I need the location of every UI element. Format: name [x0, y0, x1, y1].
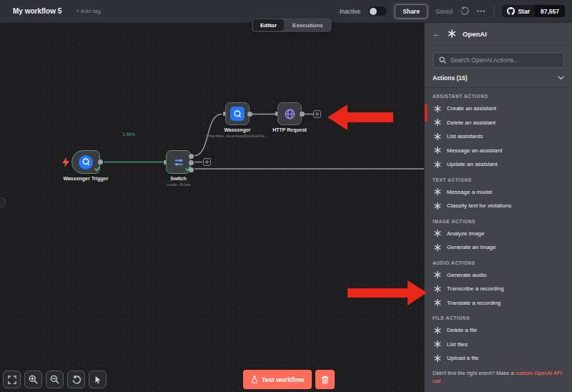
- openai-icon: [433, 270, 442, 280]
- openai-actions-panel: ← OpenAI Actions (15) ASSISTANT ACTIONSC…: [424, 23, 572, 392]
- node-wassenger[interactable]: Wassenger chat-files: downloadDeviceFile…: [225, 102, 250, 125]
- openai-icon: [433, 118, 442, 127]
- sidebar-sections: ASSISTANT ACTIONSCreate an assistantDele…: [425, 88, 572, 366]
- node-http-request[interactable]: HTTP Request: [277, 102, 302, 125]
- action-item-label: Message an assistant: [447, 147, 502, 154]
- action-item-label: Delete an assistant: [447, 119, 495, 126]
- action-item[interactable]: Message an assistant: [433, 144, 564, 158]
- action-item[interactable]: Message a model: [433, 185, 564, 200]
- action-section-title: AUDIO ACTIONS: [433, 260, 564, 266]
- openai-icon: [433, 160, 442, 169]
- add-tag-button[interactable]: + Add tag: [76, 8, 100, 14]
- output-port-0[interactable]: [189, 154, 194, 159]
- openai-icon: [433, 104, 442, 113]
- topbar-divider: [493, 6, 494, 17]
- action-item[interactable]: Generate audio: [433, 268, 564, 283]
- reset-zoom-button[interactable]: [67, 371, 85, 388]
- action-section-title: FILE ACTIONS: [433, 315, 564, 321]
- panel-header: ← OpenAI: [425, 23, 572, 45]
- active-toggle[interactable]: [368, 6, 387, 16]
- search-box[interactable]: [433, 52, 564, 68]
- tab-executions[interactable]: Executions: [285, 19, 330, 31]
- action-item-label: Analyze image: [447, 230, 484, 237]
- node-label: Wassenger Trigger: [64, 176, 109, 181]
- search-icon: [439, 57, 446, 64]
- action-section-title: ASSISTANT ACTIONS: [433, 94, 564, 99]
- panel-footer: Didn't find the right event? Make a cust…: [425, 366, 572, 392]
- action-section: ASSISTANT ACTIONSCreate an assistantDele…: [425, 94, 572, 172]
- action-item[interactable]: List files: [433, 338, 564, 352]
- openai-icon: [433, 284, 442, 293]
- saved-status: Saved: [435, 8, 453, 15]
- view-tabs: Editor Executions: [252, 18, 332, 32]
- node-sublabel: chat-files: downloadDeviceFile...: [207, 134, 268, 138]
- delete-workflow-button[interactable]: [315, 370, 335, 389]
- action-item[interactable]: Translate a recording: [433, 296, 564, 310]
- search-input[interactable]: [450, 57, 558, 64]
- action-item[interactable]: Create an assistant: [433, 102, 564, 116]
- action-item-label: Transcribe a recording: [447, 285, 504, 292]
- node-wassenger-trigger[interactable]: Wassenger Trigger: [72, 150, 100, 174]
- fit-view-button[interactable]: [3, 371, 21, 388]
- action-item-label: Translate a recording: [447, 300, 500, 306]
- success-check-icon: [94, 162, 100, 175]
- action-section: FILE ACTIONSDelete a fileList filesUploa…: [425, 315, 572, 366]
- action-section-title: TEXT ACTIONS: [433, 177, 564, 183]
- action-item-label: Generate an image: [447, 244, 496, 250]
- action-item[interactable]: Analyze image: [433, 227, 564, 241]
- workflow-canvas[interactable]: 1 item Wassenger Trigger: [0, 23, 424, 392]
- action-item-label: Generate audio: [447, 272, 486, 278]
- connection-items-label: 1 item: [114, 132, 143, 137]
- openai-icon: [433, 229, 442, 238]
- share-button[interactable]: Share: [395, 4, 428, 19]
- test-workflow-label: Test workflow: [262, 376, 304, 383]
- output-port[interactable]: [247, 112, 252, 117]
- more-options-icon[interactable]: •••: [477, 8, 485, 15]
- back-icon[interactable]: ←: [433, 29, 440, 38]
- openai-icon: [433, 353, 442, 363]
- history-icon[interactable]: [460, 5, 469, 18]
- action-item[interactable]: Generate an image: [433, 240, 564, 255]
- globe-icon: [282, 107, 297, 121]
- openai-icon: [433, 187, 442, 197]
- action-item-label: Create an assistant: [447, 105, 496, 112]
- action-item[interactable]: Classify text for violations: [433, 199, 564, 213]
- input-port: [275, 112, 277, 116]
- node-switch[interactable]: Switch mode: Rules: [166, 150, 191, 174]
- output-port[interactable]: [300, 112, 305, 117]
- action-item[interactable]: Delete an assistant: [433, 116, 564, 130]
- test-workflow-button[interactable]: Test workflow: [243, 370, 312, 389]
- connection-wires: [0, 23, 424, 392]
- input-port: [164, 160, 166, 165]
- openai-logo-icon: [446, 29, 457, 39]
- action-item[interactable]: List assistants: [433, 129, 564, 144]
- actions-collapse-row[interactable]: Actions (15): [425, 68, 572, 87]
- action-item[interactable]: Update an assistant: [433, 157, 564, 172]
- action-item-label: Upload a file: [447, 355, 478, 361]
- action-item-label: List files: [447, 341, 468, 348]
- pointer-tool-button[interactable]: [89, 371, 107, 388]
- node-label: Switch: [170, 176, 187, 181]
- trigger-lightning-icon: [62, 157, 69, 170]
- action-item[interactable]: Delete a file: [433, 323, 564, 338]
- node-sublabel: mode: Rules: [167, 182, 191, 187]
- wassenger-icon: [79, 155, 93, 170]
- workflow-title[interactable]: My workflow 5: [13, 7, 61, 15]
- input-port: [223, 112, 225, 116]
- openai-icon: [433, 340, 442, 349]
- github-star-label: Star: [518, 8, 530, 15]
- actions-header: Actions (15): [433, 74, 468, 82]
- zoom-out-button[interactable]: [46, 371, 64, 388]
- openai-icon: [433, 146, 442, 155]
- add-node-button[interactable]: [203, 158, 211, 166]
- github-star-badge[interactable]: Star 87,557: [502, 5, 565, 17]
- success-check-icon: [185, 162, 191, 175]
- action-item-label: Update an assistant: [447, 161, 498, 167]
- tab-editor[interactable]: Editor: [253, 19, 284, 31]
- panel-title: OpenAI: [463, 30, 487, 38]
- add-node-button[interactable]: [313, 110, 321, 118]
- action-item[interactable]: Upload a file: [433, 351, 564, 366]
- action-item[interactable]: Transcribe a recording: [433, 282, 564, 296]
- zoom-in-button[interactable]: [24, 371, 42, 388]
- action-item-label: Message a model: [447, 189, 492, 195]
